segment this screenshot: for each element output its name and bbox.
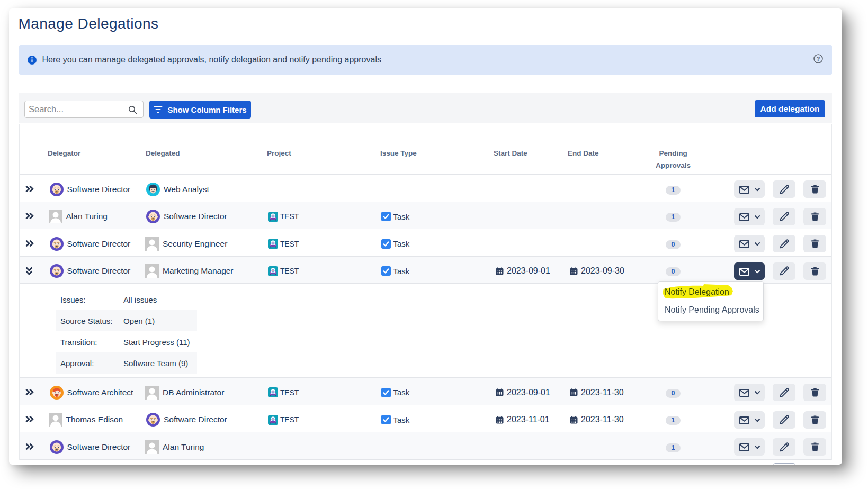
svg-text:?: ? [816, 56, 820, 62]
